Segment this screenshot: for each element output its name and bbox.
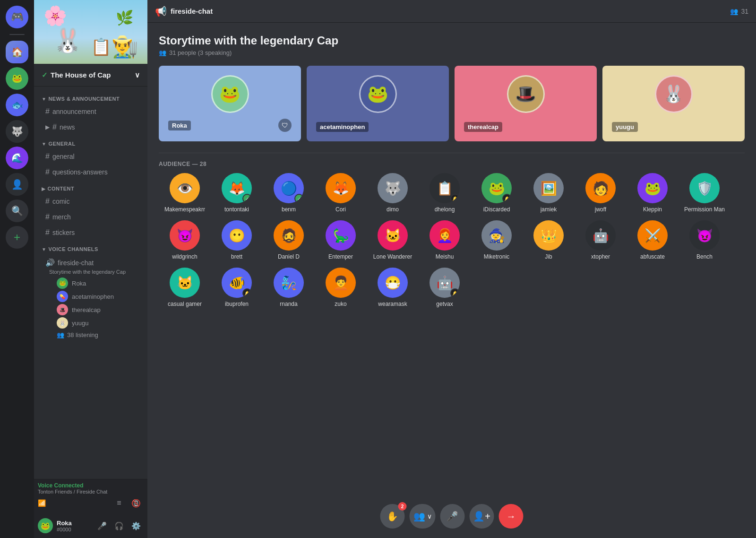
mute-mic-button[interactable]: 🎤 bbox=[440, 504, 465, 529]
mute-button[interactable]: 🎤 bbox=[94, 518, 110, 533]
audience-member-lone-wanderer: 🐱 Lone Wanderer bbox=[367, 220, 419, 260]
audience-name-dhelong: dhelong bbox=[435, 206, 455, 213]
audience-avatar-wildgrinch: 😈 bbox=[170, 220, 200, 251]
vc-disconnect-icon[interactable]: 📵 bbox=[129, 495, 144, 511]
audience-member-jib: 👑 Jib bbox=[523, 220, 575, 260]
ibuprofen-badge: 🔔 bbox=[242, 288, 252, 298]
voice-channel-fireside[interactable]: 🔊 fireside-chat Storytime with the legen… bbox=[38, 254, 144, 342]
audience-name-brett: brett bbox=[231, 253, 242, 260]
stage-meta: 👥 31 people (3 speaking) bbox=[159, 49, 745, 56]
speaker-badge-roka: 🛡 bbox=[278, 119, 292, 132]
category-arrow-2: ▼ bbox=[42, 141, 46, 147]
vc-menu-icon[interactable]: ≡ bbox=[112, 495, 127, 511]
channel-questions[interactable]: # questions-answers bbox=[38, 165, 144, 180]
category-voice-label: VOICE CHANNELS bbox=[48, 246, 98, 252]
server-header[interactable]: ✓ The House of Cap ∨ bbox=[34, 64, 147, 87]
main-content: 📢 fireside-chat 👥 31 Storytime with the … bbox=[147, 0, 756, 538]
audience-avatar-wearamask: 😷 bbox=[378, 268, 408, 298]
speaker-card-bottom-roka: Roka 🛡 bbox=[168, 119, 292, 132]
server-icon-2[interactable]: 🐸 bbox=[6, 67, 28, 90]
members-icon: 👥 bbox=[730, 8, 738, 15]
audience-member-getvax: 🤖 🔔 getvax bbox=[419, 268, 471, 307]
audience-name-zuko: zuko bbox=[335, 301, 346, 307]
speaker-name-yuugu: yuugu bbox=[612, 122, 638, 132]
channel-merch[interactable]: # merch bbox=[38, 209, 144, 225]
audience-member-meishu: 👩‍🦰 Meishu bbox=[419, 220, 471, 260]
add-server-button[interactable]: + bbox=[6, 226, 28, 249]
speaker-card-bottom-acetaminophen: acetaminophen bbox=[316, 122, 439, 132]
audience-name-benm: benm bbox=[282, 206, 296, 213]
channel-announcement[interactable]: # announcement bbox=[38, 104, 144, 119]
channel-stickers-label: stickers bbox=[52, 229, 75, 236]
voice-member-roka: 🐸 Roka bbox=[45, 277, 140, 290]
raise-hand-badge: 2 bbox=[398, 502, 407, 511]
category-content-label: CONTENT bbox=[48, 186, 75, 191]
vc-location: Tonton Friends / Fireside Chat bbox=[38, 489, 144, 495]
search-button[interactable]: 🔍 bbox=[6, 200, 28, 222]
discord-home-button[interactable]: 🎮 bbox=[6, 6, 28, 28]
category-news[interactable]: ▼ NEWS & ANNOUNCEMENT bbox=[34, 90, 147, 104]
listening-count: 👥 38 listening bbox=[45, 330, 140, 340]
server-icon-1[interactable]: 🏠 bbox=[6, 41, 28, 63]
channel-announcement-label: announcement bbox=[52, 108, 96, 115]
channel-stickers[interactable]: # stickers bbox=[38, 225, 144, 240]
audience-name-dimo: dimo bbox=[387, 206, 399, 213]
user-name: Roka bbox=[57, 520, 91, 527]
audience-name-entemper: Entemper bbox=[328, 253, 353, 260]
category-arrow: ▼ bbox=[42, 96, 46, 102]
server-dropdown-icon[interactable]: ∨ bbox=[135, 71, 140, 79]
speaker-card-bottom-yuugu: yuugu bbox=[612, 122, 735, 132]
category-news-label: NEWS & ANNOUNCEMENT bbox=[48, 96, 120, 102]
header-members: 👥 31 bbox=[730, 8, 748, 15]
audience-avatar-xtopher: 🤖 bbox=[585, 220, 616, 251]
audience-name-kleppin: Kleppin bbox=[643, 206, 662, 213]
category-general[interactable]: ▼ GENERAL bbox=[34, 135, 147, 148]
sidebar: 🌸 🌿 🐰 👨‍🌾 📋 ✓ The House of Cap ∨ ▼ NEWS … bbox=[34, 0, 147, 538]
audience-name-cori: Cori bbox=[335, 206, 346, 213]
audience-member-daniel-d: 🧔 Daniel D bbox=[263, 220, 315, 260]
invite-speaker-button[interactable]: 👥 ∨ bbox=[410, 504, 436, 529]
server-icon-3[interactable]: 🐟 bbox=[6, 94, 28, 116]
channel-general[interactable]: # general bbox=[38, 149, 144, 164]
voice-channel-name: fireside-chat bbox=[58, 259, 94, 267]
audience-name-jib: Jib bbox=[545, 253, 552, 260]
audience-member-miketronic: 🧙 Miketronic bbox=[471, 220, 523, 260]
hash-icon-3: # bbox=[45, 152, 50, 161]
deafen-button[interactable]: 🎧 bbox=[112, 518, 127, 533]
category-arrow-4: ▼ bbox=[42, 247, 46, 252]
channel-comic[interactable]: # comic bbox=[38, 194, 144, 209]
idiscarded-badge: 🔔 bbox=[502, 194, 512, 203]
channel-header-name: fireside-chat bbox=[171, 7, 213, 15]
dhelong-badge: 🔔 bbox=[450, 194, 460, 203]
add-speaker-icon: 👤+ bbox=[473, 511, 490, 522]
category-content[interactable]: ▶ CONTENT bbox=[34, 180, 147, 193]
audience-avatar-jib: 👑 bbox=[533, 220, 564, 251]
add-speaker-button[interactable]: 👤+ bbox=[470, 504, 494, 529]
channel-comic-label: comic bbox=[52, 198, 70, 205]
audience-name-lone-wanderer: Lone Wanderer bbox=[373, 253, 412, 260]
server-name: The House of Cap bbox=[51, 71, 111, 79]
audience-member-dimo: 🐺 dimo bbox=[367, 173, 419, 213]
voice-member-yuugu: 🐰 yuugu bbox=[45, 316, 140, 330]
server-icon-5[interactable]: 🌊 bbox=[6, 147, 28, 169]
channel-merch-label: merch bbox=[52, 213, 71, 221]
audience-member-dhelong: 📋 🔔 dhelong bbox=[419, 173, 471, 213]
server-icon-6[interactable]: 👤 bbox=[6, 173, 28, 196]
leave-stage-button[interactable]: → bbox=[499, 504, 524, 529]
voice-member-name-therealcap: therealcap bbox=[72, 306, 101, 313]
speaker-avatar-therealcap: 🎩 bbox=[507, 75, 545, 113]
speaker-name-acetaminophen: acetaminophen bbox=[316, 122, 369, 132]
mic-icon: 🎤 bbox=[447, 511, 458, 522]
audience-member-permission-man: 🛡️ Permission Man bbox=[679, 173, 730, 213]
audience-name-wearamask: wearamask bbox=[378, 301, 407, 307]
audience-member-rnanda: 🧞 rnanda bbox=[263, 268, 315, 307]
vc-status: Voice Connected bbox=[38, 482, 144, 489]
hash-icon-6: # bbox=[45, 213, 50, 221]
hash-icon-4: # bbox=[45, 168, 50, 176]
category-voice[interactable]: ▼ VOICE CHANNELS bbox=[34, 241, 147, 254]
server-icon-4[interactable]: 🐺 bbox=[6, 120, 28, 143]
raise-hand-button[interactable]: ✋ 2 bbox=[380, 504, 405, 529]
settings-button[interactable]: ⚙️ bbox=[129, 518, 144, 533]
channel-news[interactable]: ▶ # news bbox=[38, 120, 144, 135]
audience-name-permission-man: Permission Man bbox=[684, 206, 725, 213]
